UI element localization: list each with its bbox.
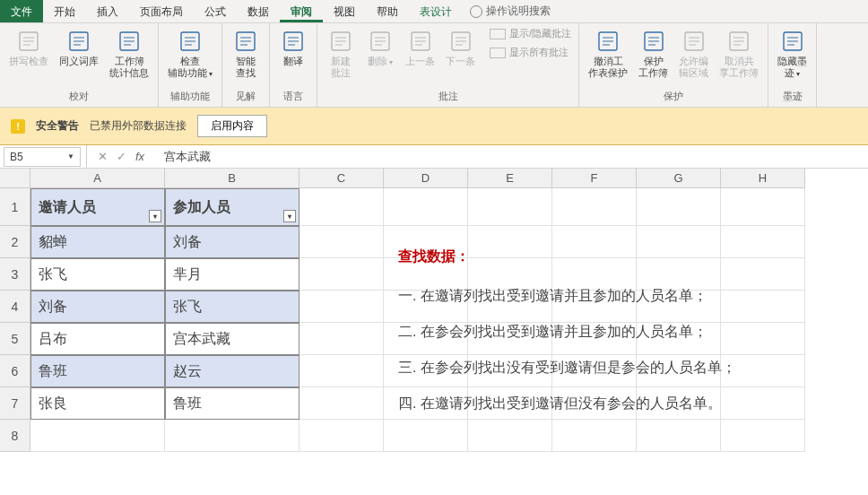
cell[interactable] bbox=[299, 323, 384, 355]
row-header[interactable]: 3 bbox=[0, 258, 30, 291]
tab-4[interactable]: 公式 bbox=[194, 0, 237, 22]
col-header[interactable]: F bbox=[552, 169, 637, 188]
cell[interactable] bbox=[721, 420, 805, 452]
col-header[interactable]: C bbox=[299, 169, 384, 188]
cell[interactable] bbox=[384, 420, 468, 452]
instruction-item: 三. 在参会列找出没有受到邀请但是参会的人员名单； bbox=[398, 350, 736, 386]
table-cell[interactable]: 刘备 bbox=[165, 226, 299, 258]
enable-content-button[interactable]: 启用内容 bbox=[197, 115, 267, 137]
table-cell[interactable]: 张良 bbox=[30, 387, 165, 420]
table-cell[interactable]: 鲁班 bbox=[165, 387, 299, 420]
table-cell[interactable]: 张飞 bbox=[30, 258, 165, 291]
ribbon-btn[interactable]: 工作簿统计信息 bbox=[108, 27, 151, 81]
cell[interactable] bbox=[552, 420, 637, 452]
cell[interactable] bbox=[299, 226, 384, 258]
cell[interactable] bbox=[299, 188, 384, 226]
ribbon-icon bbox=[281, 29, 306, 54]
cell[interactable] bbox=[384, 188, 468, 226]
ribbon-btn[interactable]: 检查辅助功能▾ bbox=[166, 27, 214, 82]
table-cell[interactable]: 刘备 bbox=[30, 291, 165, 323]
group-label: 语言 bbox=[283, 88, 303, 105]
table-cell[interactable]: 宫本武藏 bbox=[165, 323, 299, 355]
table-cell[interactable]: 芈月 bbox=[165, 258, 299, 291]
ribbon-icon bbox=[328, 29, 353, 54]
select-all-corner[interactable] bbox=[0, 169, 30, 188]
ribbon-btn[interactable]: 智能查找 bbox=[230, 27, 262, 81]
tab-5[interactable]: 数据 bbox=[237, 0, 280, 22]
tab-9[interactable]: 表设计 bbox=[409, 0, 463, 22]
ribbon-btn: 拼写检查 bbox=[7, 27, 50, 69]
tab-2[interactable]: 插入 bbox=[86, 0, 129, 22]
row-header[interactable]: 7 bbox=[0, 387, 30, 420]
ribbon-icon bbox=[178, 29, 203, 54]
table-cell[interactable]: 貂蝉 bbox=[30, 226, 165, 258]
tab-1[interactable]: 开始 bbox=[43, 0, 86, 22]
ribbon-toggle: 显示所有批注 bbox=[490, 46, 571, 59]
filter-icon[interactable]: ▾ bbox=[283, 210, 296, 222]
filter-icon[interactable]: ▾ bbox=[149, 210, 161, 222]
ribbon-btn: 新建批注 bbox=[325, 27, 357, 81]
tab-3[interactable]: 页面布局 bbox=[129, 0, 194, 22]
table-cell[interactable]: 鲁班 bbox=[30, 355, 165, 387]
tab-0[interactable]: 文件 bbox=[0, 0, 43, 22]
ribbon-icon bbox=[726, 29, 751, 54]
row-header[interactable]: 5 bbox=[0, 323, 30, 355]
ribbon-icon bbox=[681, 29, 707, 54]
cell[interactable] bbox=[299, 258, 384, 291]
table-header[interactable]: 参加人员▾ bbox=[165, 188, 299, 226]
ribbon-icon bbox=[233, 29, 258, 54]
ribbon-btn[interactable]: 翻译 bbox=[277, 27, 309, 69]
row-header[interactable]: 8 bbox=[0, 420, 30, 452]
row-header[interactable]: 4 bbox=[0, 291, 30, 323]
cell[interactable] bbox=[299, 420, 384, 452]
ribbon-btn[interactable]: 保护工作簿 bbox=[637, 27, 670, 81]
cell[interactable] bbox=[637, 188, 721, 226]
tell-me[interactable]: 操作说明搜索 bbox=[463, 0, 558, 22]
cell[interactable] bbox=[468, 188, 552, 226]
group-label: 墨迹 bbox=[783, 88, 803, 105]
ribbon-btn[interactable]: 撤消工作表保护 bbox=[586, 27, 629, 81]
enter-icon[interactable]: ✓ bbox=[117, 150, 126, 163]
ribbon-btn[interactable]: 同义词库 bbox=[57, 27, 100, 69]
cell[interactable] bbox=[165, 420, 299, 452]
cell[interactable] bbox=[552, 188, 637, 226]
cell[interactable] bbox=[299, 355, 384, 387]
col-header[interactable]: H bbox=[721, 169, 805, 188]
ribbon-btn: 删除▾ bbox=[364, 27, 396, 70]
ribbon-group-1: 检查辅助功能▾辅助功能 bbox=[159, 23, 222, 107]
row-header[interactable]: 6 bbox=[0, 355, 30, 387]
fx-icon[interactable]: fx bbox=[135, 150, 144, 163]
col-header[interactable]: G bbox=[637, 169, 721, 188]
table-cell[interactable]: 赵云 bbox=[165, 355, 299, 387]
cell[interactable] bbox=[299, 291, 384, 323]
ribbon-btn[interactable]: 隐藏墨迹▾ bbox=[776, 27, 809, 82]
worksheet: 12345678 ABCDEFGH 邀请人员▾参加人员▾貂蝉刘备张飞芈月刘备张飞… bbox=[0, 169, 868, 495]
cell[interactable] bbox=[468, 420, 552, 452]
ribbon-tabs: 文件开始插入页面布局公式数据审阅视图帮助表设计操作说明搜索 bbox=[0, 0, 868, 23]
tab-7[interactable]: 视图 bbox=[323, 0, 366, 22]
col-header[interactable]: D bbox=[384, 169, 468, 188]
ribbon-btn: 取消共享工作簿 bbox=[717, 27, 760, 81]
cell[interactable] bbox=[637, 420, 721, 452]
cell[interactable] bbox=[299, 387, 384, 420]
row-header[interactable]: 1 bbox=[0, 188, 30, 226]
table-cell[interactable]: 吕布 bbox=[30, 323, 165, 355]
warning-icon: ! bbox=[11, 119, 25, 134]
tab-8[interactable]: 帮助 bbox=[366, 0, 409, 22]
table-header[interactable]: 邀请人员▾ bbox=[30, 188, 165, 226]
row-header[interactable]: 2 bbox=[0, 226, 30, 258]
group-label: 保护 bbox=[664, 88, 683, 105]
ribbon-icon bbox=[368, 29, 393, 54]
cancel-icon[interactable]: ✕ bbox=[98, 150, 108, 163]
col-header[interactable]: B bbox=[165, 169, 299, 188]
tab-6[interactable]: 审阅 bbox=[280, 0, 323, 22]
name-box[interactable]: B5▼ bbox=[4, 147, 81, 167]
table-cell[interactable]: 张飞 bbox=[165, 291, 299, 323]
instruction-item: 四. 在邀请列找出受到邀请但没有参会的人员名单。 bbox=[398, 386, 736, 421]
cell[interactable] bbox=[721, 188, 805, 226]
formula-input[interactable]: 宫本武藏 bbox=[155, 149, 211, 165]
cell[interactable] bbox=[30, 420, 165, 452]
instructions: 查找数据：一. 在邀请列找出受到邀请并且参加的人员名单；二. 在参会列找出受到邀… bbox=[398, 239, 736, 421]
col-header[interactable]: A bbox=[30, 169, 165, 188]
col-header[interactable]: E bbox=[468, 169, 552, 188]
